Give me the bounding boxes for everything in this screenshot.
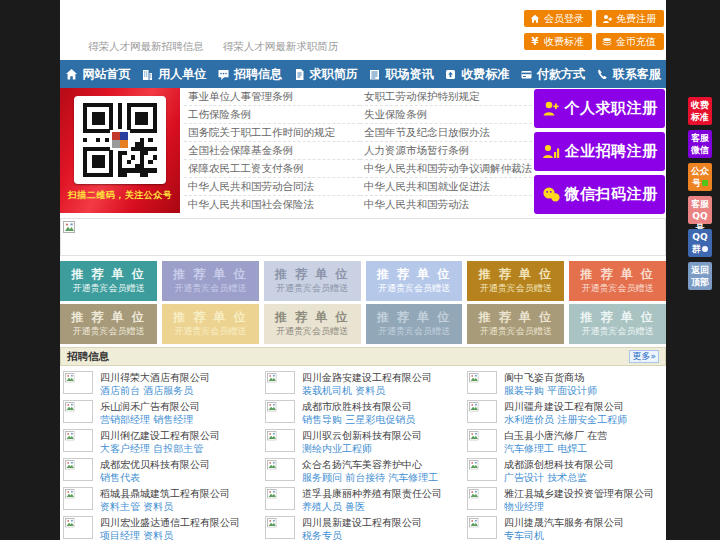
fee-standard-button[interactable]: ¥ 收费标准 xyxy=(524,33,592,50)
nav-item-resumes[interactable]: 求职简历 xyxy=(287,60,363,88)
recommend-slot[interactable]: 推 荐 单 位开通贵宾会员赠送 xyxy=(467,261,564,301)
law-link[interactable]: 中华人民共和国劳动法 xyxy=(360,196,532,213)
side-tab-fee-standard[interactable]: 收费 标准 xyxy=(688,97,712,125)
position-links[interactable]: 资料主管 资料员 xyxy=(100,500,230,513)
law-link[interactable]: 中华人民共和国劳动争议调解仲裁法 xyxy=(360,160,532,178)
law-link[interactable]: 国务院关于职工工作时间的规定 xyxy=(184,124,360,142)
side-tab-official-account[interactable]: 公众 号 xyxy=(688,163,712,191)
company-link[interactable]: 雅江县城乡建设投资管理有限公司 xyxy=(504,487,654,500)
company-link[interactable]: 四川俐亿建设工程有限公司 xyxy=(100,429,220,442)
recommend-slot[interactable]: 推 荐 单 位开通贵宾会员赠送 xyxy=(467,304,564,344)
position-links[interactable]: 测绘内业工程师 xyxy=(302,442,422,455)
member-login-button[interactable]: 会员登录 xyxy=(524,10,592,27)
jobs-column-3: 阆中飞姿百货商场服装导购 平面设计师 四川疆舟建设工程有限公司水利造价员 注册安… xyxy=(464,368,666,540)
company-logo-placeholder xyxy=(467,429,497,452)
recommend-slot[interactable]: 推 荐 单 位开通贵宾会员赠送 xyxy=(162,304,259,344)
nav-item-employers[interactable]: 用人单位 xyxy=(136,60,212,88)
law-link[interactable]: 中华人民共和国就业促进法 xyxy=(360,178,532,196)
position-links[interactable]: 水利造价员 注册安全工程师 xyxy=(504,413,627,426)
company-link[interactable]: 众合名扬汽车美容养护中心 xyxy=(302,458,438,471)
company-link[interactable]: 成都市欣胜科技有限公司 xyxy=(302,400,415,413)
jobs-grid: 四川得荣大酒店有限公司酒店前台 酒店服务员 乐山润禾广告有限公司营销部经理 销售… xyxy=(60,368,666,540)
company-link[interactable]: 成都源创想科技有限公司 xyxy=(504,458,614,471)
nav-item-news[interactable]: 职场资讯 xyxy=(363,60,439,88)
company-link[interactable]: 四川驭云创新科技有限公司 xyxy=(302,429,422,442)
side-tab-qq-group[interactable]: QQ 群 xyxy=(688,229,712,257)
company-link[interactable]: 白玉县小唐汽修厂 在营 xyxy=(504,429,607,442)
recommend-slot[interactable]: 推 荐 单 位开通贵宾会员赠送 xyxy=(264,304,361,344)
company-link[interactable]: 四川宏业盛达通信工程有限公司 xyxy=(100,516,240,529)
job-listing: 成都市欣胜科技有限公司销售导购 三星彩电促销员 xyxy=(262,397,464,426)
law-link[interactable]: 失业保险条例 xyxy=(360,106,532,124)
position-links[interactable]: 服务顾问 前台接待 汽车修理工 xyxy=(302,471,438,484)
more-jobs-link[interactable]: 更多» xyxy=(629,350,659,363)
register-personal-button[interactable]: 个人求职注册 xyxy=(534,89,665,128)
company-logo-placeholder xyxy=(63,371,93,394)
law-link[interactable]: 全国年节及纪念日放假办法 xyxy=(360,124,532,142)
nav-item-payment[interactable]: 付款方式 xyxy=(515,60,591,88)
position-links[interactable]: 服装导购 平面设计师 xyxy=(504,384,597,397)
broken-image-icon xyxy=(65,431,75,441)
law-link[interactable]: 事业单位人事管理条例 xyxy=(184,88,360,106)
recommend-slot[interactable]: 推 荐 单 位开通贵宾会员赠送 xyxy=(162,261,259,301)
position-links[interactable]: 项目经理 资料员 xyxy=(100,529,240,540)
position-links[interactable]: 销售导购 三星彩电促销员 xyxy=(302,413,415,426)
broken-image-icon xyxy=(469,489,479,499)
recommend-slot[interactable]: 推 荐 单 位开通贵宾会员赠送 xyxy=(60,261,157,301)
register-wechat-button[interactable]: 微信扫码注册 xyxy=(534,175,665,214)
company-link[interactable]: 四川晨新建设工程有限公司 xyxy=(302,516,422,529)
company-logo-placeholder xyxy=(63,429,93,452)
company-link[interactable]: 四川疆舟建设工程有限公司 xyxy=(504,400,627,413)
position-links[interactable]: 专车司机 xyxy=(504,529,624,540)
position-links[interactable]: 税务专员 xyxy=(302,529,422,540)
nav-item-fees[interactable]: 收费标准 xyxy=(439,60,515,88)
position-links[interactable]: 酒店前台 酒店服务员 xyxy=(100,384,210,397)
company-link[interactable]: 四川得荣大酒店有限公司 xyxy=(100,371,210,384)
nav-item-contact[interactable]: 联系客服 xyxy=(590,60,666,88)
company-logo-placeholder xyxy=(467,371,497,394)
position-links[interactable]: 装载机司机 资料员 xyxy=(302,384,432,397)
side-tab-back-to-top[interactable]: 返回 顶部 xyxy=(688,262,712,290)
company-link[interactable]: 乐山润禾广告有限公司 xyxy=(100,400,200,413)
register-company-button[interactable]: 企业招聘注册 xyxy=(534,132,665,171)
company-link[interactable]: 四川捷晟汽车服务有限公司 xyxy=(504,516,624,529)
company-link[interactable]: 成都宏优贝科技有限公司 xyxy=(100,458,210,471)
law-link[interactable]: 中华人民共和国社会保险法 xyxy=(184,196,360,213)
free-register-button[interactable]: 免费注册 xyxy=(596,10,664,27)
position-links[interactable]: 广告设计 技术总监 xyxy=(504,471,614,484)
side-tab-service-wechat[interactable]: 客服 微信 xyxy=(688,130,712,158)
law-link[interactable]: 保障农民工工资支付条例 xyxy=(184,160,360,178)
position-links[interactable]: 销售代表 xyxy=(100,471,210,484)
law-link[interactable]: 中华人民共和国劳动合同法 xyxy=(184,178,360,196)
company-link[interactable]: 四川金路安建设工程有限公司 xyxy=(302,371,432,384)
law-link[interactable]: 工伤保险条例 xyxy=(184,106,360,124)
position-links[interactable]: 养殖人员 兽医 xyxy=(302,500,442,513)
company-link[interactable]: 阆中飞姿百货商场 xyxy=(504,371,597,384)
company-link[interactable]: 道孚县康丽种养殖有限责任公司 xyxy=(302,487,442,500)
position-links[interactable]: 营销部经理 销售经理 xyxy=(100,413,200,426)
job-listing: 成都宏优贝科技有限公司销售代表 xyxy=(60,455,262,484)
broken-image-icon xyxy=(65,489,75,499)
side-tab-service-qq[interactable]: 客服 QQ号 xyxy=(688,196,712,224)
broken-image-icon xyxy=(65,518,75,528)
law-link[interactable]: 人力资源市场暂行条例 xyxy=(360,142,532,160)
tagline-jobs: 得荣人才网最新招聘信息 xyxy=(88,40,204,52)
position-links[interactable]: 大客户经理 自投部主管 xyxy=(100,442,220,455)
position-links[interactable]: 物业经理 xyxy=(504,500,654,513)
coin-recharge-button[interactable]: 金币充值 xyxy=(596,33,664,50)
law-link[interactable]: 全国社会保障基金条例 xyxy=(184,142,360,160)
company-link[interactable]: 稻城县鼎城建筑工程有限公司 xyxy=(100,487,230,500)
recommend-slot[interactable]: 推 荐 单 位开通贵宾会员赠送 xyxy=(60,304,157,344)
top-bar: 得荣人才网最新招聘信息 得荣人才网最新求职简历 会员登录 免费注册 xyxy=(60,0,666,60)
law-link[interactable]: 女职工劳动保护特别规定 xyxy=(360,88,532,106)
resume-icon xyxy=(293,68,306,81)
recommend-slot[interactable]: 推 荐 单 位开通贵宾会员赠送 xyxy=(366,261,463,301)
position-links[interactable]: 汽车修理工 电焊工 xyxy=(504,442,607,455)
job-listing: 四川得荣大酒店有限公司酒店前台 酒店服务员 xyxy=(60,368,262,397)
recommend-slot[interactable]: 推 荐 单 位开通贵宾会员赠送 xyxy=(569,261,666,301)
nav-item-home[interactable]: 网站首页 xyxy=(60,60,136,88)
recommend-slot[interactable]: 推 荐 单 位开通贵宾会员赠送 xyxy=(569,304,666,344)
recommend-slot[interactable]: 推 荐 单 位开通贵宾会员赠送 xyxy=(366,304,463,344)
nav-item-jobs[interactable]: 招聘信息 xyxy=(212,60,288,88)
recommend-slot[interactable]: 推 荐 单 位开通贵宾会员赠送 xyxy=(264,261,361,301)
